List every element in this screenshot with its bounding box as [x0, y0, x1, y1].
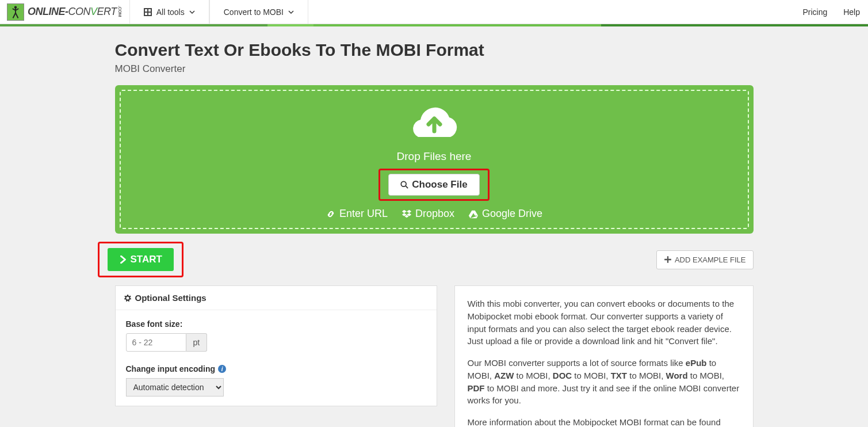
columns: Optional Settings Base font size: pt Cha…	[115, 285, 754, 427]
drop-zone-inner: Drop Files here Choose File Enter URL Dr…	[120, 90, 749, 229]
nav-all-tools[interactable]: All tools	[129, 0, 209, 24]
drop-zone[interactable]: Drop Files here Choose File Enter URL Dr…	[115, 85, 754, 234]
chevron-down-icon	[288, 9, 294, 15]
info-p1: With this mobi converter, you can conver…	[468, 298, 740, 348]
encoding-label: Change input encoding i	[126, 364, 426, 373]
nav-spacer	[308, 0, 794, 24]
source-gdrive[interactable]: Google Drive	[468, 208, 542, 220]
source-enter-url[interactable]: Enter URL	[326, 208, 388, 220]
nav-convert-to[interactable]: Convert to MOBI	[209, 0, 308, 24]
optional-settings-panel: Optional Settings Base font size: pt Cha…	[115, 285, 437, 406]
choose-file-button[interactable]: Choose File	[388, 174, 479, 196]
optional-settings-label: Optional Settings	[135, 293, 207, 303]
choose-file-label: Choose File	[412, 179, 467, 190]
add-example-file-button[interactable]: ADD EXAMPLE FILE	[656, 250, 754, 269]
base-font-input-group: pt	[126, 333, 426, 352]
gear-icon	[124, 294, 132, 302]
cloud-upload-icon	[406, 102, 463, 146]
dropbox-icon	[402, 209, 412, 219]
main-container: Convert Text Or Ebooks To The MOBI Forma…	[115, 26, 754, 427]
plus-icon	[664, 256, 672, 264]
source-dropbox[interactable]: Dropbox	[402, 208, 454, 220]
start-label: START	[131, 254, 162, 265]
choose-file-highlight: Choose File	[378, 169, 489, 201]
nav-convert-to-label: Convert to MOBI	[224, 7, 284, 17]
logo-text-v: V	[90, 6, 97, 18]
page-title: Convert Text Or Ebooks To The MOBI Forma…	[115, 40, 754, 60]
logo-text-online: ONLINE-	[28, 6, 68, 18]
info-p2: Our MOBI converter supports a lot of sou…	[468, 357, 740, 407]
base-font-input[interactable]	[126, 333, 186, 352]
drop-text: Drop Files here	[127, 150, 742, 163]
settings-body: Base font size: pt Change input encoding…	[116, 310, 437, 406]
encoding-select[interactable]: Automatic detection	[126, 378, 224, 396]
info-p3: More information about the Mobipocket MO…	[468, 416, 740, 427]
optional-settings-header: Optional Settings	[116, 286, 437, 310]
base-font-label: Base font size:	[126, 319, 426, 329]
info-panel: With this mobi converter, you can conver…	[454, 285, 754, 427]
start-button[interactable]: START	[108, 248, 174, 271]
header: ONLINE-CONVERT .COM All tools Convert to…	[0, 0, 868, 24]
encoding-label-text: Change input encoding	[126, 364, 216, 373]
base-font-unit: pt	[186, 333, 208, 352]
logo-text-ert: ERT	[97, 6, 117, 18]
logo-badge-icon	[7, 3, 24, 21]
chevron-down-icon	[189, 9, 195, 15]
start-highlight: START	[98, 242, 183, 277]
svg-line-2	[406, 186, 408, 188]
chevron-right-icon	[119, 256, 127, 264]
action-row: START ADD EXAMPLE FILE	[115, 242, 754, 277]
gdrive-icon	[468, 209, 479, 219]
page-subtitle: MOBI Converter	[115, 63, 754, 75]
svg-point-0	[14, 6, 17, 9]
info-icon[interactable]: i	[218, 365, 226, 373]
nav-all-tools-label: All tools	[156, 7, 185, 17]
grid-icon	[144, 8, 152, 16]
logo-dotcom: .COM	[117, 6, 123, 17]
search-icon	[400, 181, 408, 189]
source-gdrive-label: Google Drive	[482, 208, 542, 220]
accent-bar	[0, 24, 868, 26]
logo-text-con: CON	[68, 6, 91, 18]
logo[interactable]: ONLINE-CONVERT .COM	[0, 0, 129, 24]
nav-pricing[interactable]: Pricing	[794, 0, 835, 24]
svg-point-1	[402, 181, 407, 186]
add-example-label: ADD EXAMPLE FILE	[675, 256, 746, 264]
nav-help[interactable]: Help	[835, 0, 868, 24]
link-icon	[326, 209, 336, 219]
source-options: Enter URL Dropbox Google Drive	[127, 208, 742, 220]
source-enter-url-label: Enter URL	[339, 208, 388, 220]
source-dropbox-label: Dropbox	[415, 208, 454, 220]
